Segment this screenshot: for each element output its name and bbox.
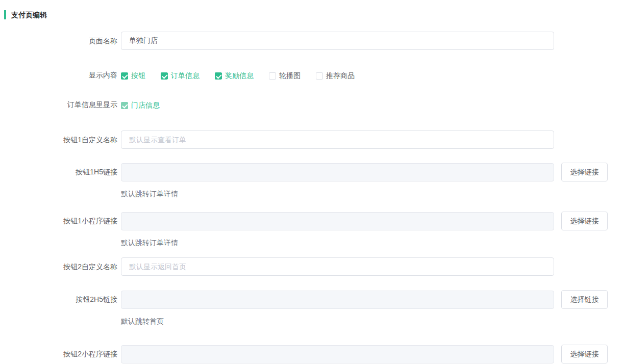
checkbox-icon — [121, 72, 128, 80]
btn2-mini-link-field: 选择链接 — [121, 345, 608, 363]
form-row-btn1-h5-link: 按钮1H5链接 选择链接 默认跳转订单详情 — [0, 163, 624, 199]
checkbox-label: 门店信息 — [131, 100, 160, 110]
page-name-label: 页面名称 — [0, 32, 117, 50]
btn1-h5-select-link-button[interactable]: 选择链接 — [561, 163, 608, 181]
page-title: 支付页编辑 — [4, 10, 624, 19]
btn1-mini-link-field: 选择链接 默认跳转订单详情 — [121, 212, 608, 248]
payment-page-edit-form: 页面名称 显示内容 按钮 订单信息 奖励信息 — [0, 32, 624, 363]
btn2-mini-link-input — [121, 345, 554, 363]
order-info-display-checkbox-group: 门店信息 — [121, 100, 160, 110]
btn1-h5-link-input — [121, 163, 554, 181]
checkbox-reward-info[interactable]: 奖励信息 — [215, 71, 254, 81]
btn2-custom-name-label: 按钮2自定义名称 — [0, 257, 117, 276]
form-row-btn2-h5-link: 按钮2H5链接 选择链接 默认跳转首页 — [0, 290, 624, 326]
checkbox-label: 订单信息 — [171, 71, 199, 81]
checkbox-icon — [316, 72, 323, 80]
checkbox-carousel[interactable]: 轮播图 — [269, 71, 301, 81]
btn2-h5-link-helper: 默认跳转首页 — [121, 316, 608, 326]
checkbox-label: 按钮 — [131, 71, 145, 81]
display-content-checkbox-group: 按钮 订单信息 奖励信息 轮播图 推荐商品 — [121, 70, 355, 81]
order-info-display-label: 订单信息里显示 — [0, 100, 117, 110]
btn1-mini-link-label: 按钮1小程序链接 — [0, 212, 117, 230]
checkbox-store-info[interactable]: 门店信息 — [121, 100, 160, 110]
form-row-btn2-custom-name: 按钮2自定义名称 — [0, 257, 624, 276]
btn1-h5-link-helper: 默认跳转订单详情 — [121, 189, 608, 199]
checkbox-label: 推荐商品 — [326, 71, 355, 81]
form-row-order-info-display: 订单信息里显示 门店信息 — [0, 100, 624, 110]
form-row-btn1-custom-name: 按钮1自定义名称 — [0, 131, 624, 149]
btn2-h5-link-input — [121, 291, 554, 309]
page-name-input[interactable] — [121, 32, 554, 50]
form-row-btn1-mini-link: 按钮1小程序链接 选择链接 默认跳转订单详情 — [0, 212, 624, 248]
form-row-page-name: 页面名称 — [0, 32, 624, 50]
checkbox-label: 奖励信息 — [225, 71, 254, 81]
btn2-h5-link-field: 选择链接 默认跳转首页 — [121, 290, 608, 326]
btn2-h5-select-link-button[interactable]: 选择链接 — [561, 290, 608, 309]
btn1-mini-link-helper: 默认跳转订单详情 — [121, 238, 608, 248]
checkbox-recommended-products[interactable]: 推荐商品 — [316, 71, 355, 81]
checkbox-label: 轮播图 — [279, 71, 301, 81]
checkbox-icon — [269, 72, 276, 80]
btn1-h5-link-label: 按钮1H5链接 — [0, 163, 117, 181]
btn1-h5-link-field: 选择链接 默认跳转订单详情 — [121, 163, 608, 199]
btn1-custom-name-label: 按钮1自定义名称 — [0, 131, 117, 149]
btn2-custom-name-input[interactable] — [121, 257, 554, 276]
checkbox-icon — [161, 72, 168, 80]
btn1-custom-name-input[interactable] — [121, 131, 554, 149]
display-content-label: 显示内容 — [0, 70, 117, 80]
btn2-mini-select-link-button[interactable]: 选择链接 — [561, 345, 608, 363]
form-row-btn2-mini-link: 按钮2小程序链接 选择链接 — [0, 345, 624, 363]
form-row-display-content: 显示内容 按钮 订单信息 奖励信息 轮播图 — [0, 70, 624, 81]
btn2-h5-link-label: 按钮2H5链接 — [0, 290, 117, 308]
payment-page-edit-panel: 支付页编辑 页面名称 显示内容 按钮 订单信息 奖励信息 — [0, 10, 624, 364]
checkbox-icon — [215, 72, 222, 80]
btn1-mini-link-input — [121, 212, 554, 230]
checkbox-button[interactable]: 按钮 — [121, 71, 145, 81]
checkbox-order-info[interactable]: 订单信息 — [161, 71, 199, 81]
checkbox-icon — [121, 102, 128, 109]
btn2-mini-link-label: 按钮2小程序链接 — [0, 345, 117, 363]
btn1-mini-select-link-button[interactable]: 选择链接 — [561, 212, 608, 230]
